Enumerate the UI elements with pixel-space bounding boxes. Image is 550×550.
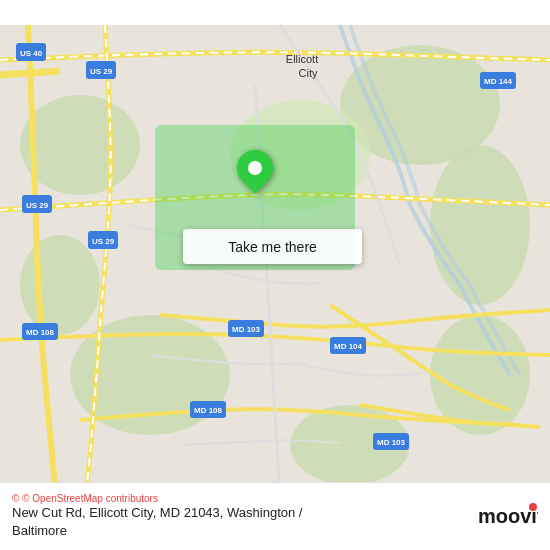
- map-container: US 40 US 29 US 29 US 29 Ellicott City MD…: [0, 0, 550, 550]
- svg-text:City: City: [299, 67, 318, 79]
- svg-text:US 29: US 29: [92, 237, 115, 246]
- svg-text:MD 108: MD 108: [194, 406, 223, 415]
- map-background: US 40 US 29 US 29 US 29 Ellicott City MD…: [0, 0, 550, 550]
- svg-text:MD 103: MD 103: [377, 438, 406, 447]
- svg-text:US 40: US 40: [20, 49, 43, 58]
- address-block: © © OpenStreetMap contributors New Cut R…: [12, 491, 302, 540]
- bottom-info-bar: © © OpenStreetMap contributors New Cut R…: [0, 482, 550, 550]
- svg-point-2: [430, 145, 530, 305]
- svg-text:MD 104: MD 104: [334, 342, 363, 351]
- svg-point-32: [529, 503, 537, 511]
- svg-text:moovit: moovit: [478, 505, 538, 527]
- address-line2: Baltimore: [12, 523, 67, 538]
- copyright-symbol: ©: [12, 493, 19, 504]
- address-line1: New Cut Rd, Ellicott City, MD 21043, Was…: [12, 505, 302, 520]
- svg-text:Ellicott: Ellicott: [286, 53, 318, 65]
- svg-text:MD 144: MD 144: [484, 77, 513, 86]
- moovit-logo: moovit: [478, 501, 538, 529]
- svg-point-6: [20, 235, 100, 335]
- svg-text:MD 103: MD 103: [232, 325, 261, 334]
- svg-text:MD 108: MD 108: [26, 328, 55, 337]
- address-label: New Cut Rd, Ellicott City, MD 21043, Was…: [12, 504, 302, 540]
- svg-point-3: [20, 95, 140, 195]
- svg-text:US 29: US 29: [90, 67, 113, 76]
- svg-text:US 29: US 29: [26, 201, 49, 210]
- osm-attribution: © © OpenStreetMap contributors: [12, 493, 302, 504]
- moovit-svg: moovit: [478, 501, 538, 529]
- take-me-there-button[interactable]: Take me there: [183, 229, 362, 264]
- osm-text: © OpenStreetMap contributors: [22, 493, 158, 504]
- location-pin: [237, 150, 273, 186]
